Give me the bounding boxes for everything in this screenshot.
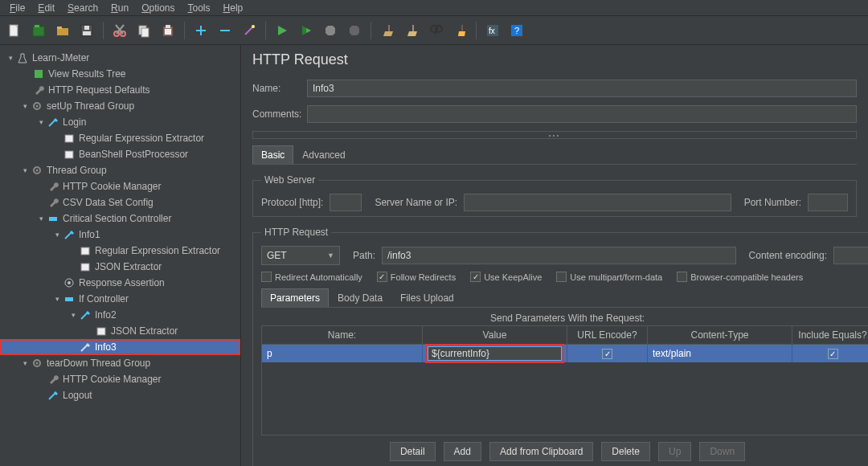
tree-view-results[interactable]: View Results Tree [0,66,240,82]
cell-url-encode[interactable] [567,345,648,362]
tab-parameters[interactable]: Parameters [261,288,329,307]
th-value[interactable]: Value [423,326,567,344]
tree-info3[interactable]: Info3 [0,339,240,355]
tree-setup-group[interactable]: ▾setUp Thread Group [0,98,240,114]
play-icon[interactable] [272,21,292,40]
th-content-type[interactable]: Content-Type [648,326,792,344]
paste-icon[interactable] [158,21,178,40]
tab-files-upload[interactable]: Files Upload [391,288,463,307]
path-field[interactable] [382,247,736,264]
tree-cookie-mgr-1[interactable]: HTTP Cookie Manager [0,178,240,194]
param-tabs: Parameters Body Data Files Upload [261,288,868,308]
tree-json-extractor-2[interactable]: JSON Extractor [0,323,240,339]
cell-name[interactable]: p [262,345,423,362]
menu-run[interactable]: Run [104,1,135,15]
tree-info1[interactable]: ▾Info1 [0,227,240,243]
comments-field[interactable] [307,105,857,123]
cell-include-equals[interactable] [792,345,868,362]
tree-critical-section[interactable]: ▾Critical Section Controller [0,211,240,227]
brush-icon[interactable] [450,21,469,40]
tree-login[interactable]: ▾Login [0,114,240,130]
method-select[interactable]: GET▼ [261,246,340,265]
encoding-field[interactable] [833,247,868,264]
broom-icon[interactable] [378,21,397,40]
checkbox-icon [602,349,612,359]
th-url-encode[interactable]: URL Encode? [567,326,648,344]
menu-search[interactable]: Search [61,1,104,15]
tab-basic[interactable]: Basic [252,145,293,164]
chk-redirect-auto[interactable]: Redirect Automatically [261,272,362,282]
copy-icon[interactable] [134,21,154,40]
stop-icon[interactable] [321,21,340,40]
tree-http-defaults[interactable]: HTTP Request Defaults [0,82,240,98]
templates-icon[interactable] [29,21,48,40]
tree-json-extractor-1[interactable]: JSON Extractor [0,259,240,275]
cell-value[interactable] [423,345,567,362]
tree-root[interactable]: ▾Learn-JMeter [0,50,240,66]
test-plan-tree[interactable]: ▾Learn-JMeter View Results Tree HTTP Req… [0,45,241,466]
tree-response-assert[interactable]: Response Assertion [0,275,240,291]
port-label: Port Number: [744,197,801,208]
broom2-icon[interactable] [402,21,421,40]
tree-if-controller[interactable]: ▾If Controller [0,291,240,307]
svg-rect-47 [65,135,73,142]
minus-icon[interactable] [215,21,235,40]
tree-info2[interactable]: ▾Info2 [0,307,240,323]
tree-cookie-mgr-2[interactable]: HTTP Cookie Manager [0,371,240,387]
protocol-field[interactable] [330,194,362,211]
httprequest-legend: HTTP Request [261,227,331,238]
add-button[interactable]: Add [444,442,481,461]
tree-teardown-group[interactable]: ▾tearDown Thread Group [0,355,240,371]
name-field[interactable] [307,80,857,97]
plus-icon[interactable] [191,21,211,40]
tree-regex-extractor-1[interactable]: Regular Expression Extractor [0,130,240,146]
tree-beanshell[interactable]: BeanShell PostProcessor [0,146,240,162]
svg-marker-23 [278,26,287,35]
function-icon[interactable]: fx [483,21,502,40]
menu-options[interactable]: Options [135,1,181,15]
tree-logout[interactable]: Logout [0,387,240,403]
open-icon[interactable] [53,21,72,40]
svg-line-45 [49,120,55,126]
shutdown-icon[interactable] [345,21,364,40]
port-field[interactable] [808,194,848,211]
chk-follow-redirects[interactable]: Follow Redirects [377,272,456,282]
server-field[interactable] [464,194,731,211]
menu-edit[interactable]: Edit [31,1,61,15]
wrench-icon [47,373,59,386]
svg-marker-26 [326,26,335,35]
gear-icon [31,164,43,177]
chk-keepalive[interactable]: Use KeepAlive [470,272,542,282]
cell-value-input[interactable] [428,346,562,361]
save-icon[interactable] [77,21,96,40]
svg-point-44 [36,105,39,108]
chk-browser-compat[interactable]: Browser-compatible headers [677,272,803,282]
chk-multipart[interactable]: Use multipart/form-data [556,272,662,282]
tab-body-data[interactable]: Body Data [329,288,391,307]
checkbox-icon [677,272,687,282]
table-row[interactable]: p text/plain [262,345,868,362]
tree-thread-group[interactable]: ▾Thread Group [0,162,240,178]
cut-icon[interactable] [110,21,129,40]
menu-tools[interactable]: Tools [182,1,217,15]
detail-button[interactable]: Detail [390,442,436,461]
table-empty-area[interactable] [262,362,868,435]
wand-icon[interactable] [240,21,259,40]
tree-regex-extractor-2[interactable]: Regular Expression Extractor [0,243,240,259]
up-button[interactable]: Up [658,442,691,461]
help-icon[interactable]: ? [507,21,526,40]
add-from-clipboard-button[interactable]: Add from Clipboard [489,442,593,461]
tree-csv-config[interactable]: CSV Data Set Config [0,194,240,211]
th-include-equals[interactable]: Include Equals? [792,326,868,344]
th-name[interactable]: Name: [262,326,423,344]
play-noTimers-icon[interactable] [297,21,316,40]
search-icon[interactable] [426,21,445,40]
delete-button[interactable]: Delete [601,442,650,461]
down-button[interactable]: Down [699,442,745,461]
menu-file[interactable]: File [3,1,31,15]
new-icon[interactable] [5,21,24,40]
cell-content-type[interactable]: text/plain [648,345,792,362]
collapse-handle[interactable]: ••• [252,131,857,139]
menu-help[interactable]: Help [217,1,250,15]
tab-advanced[interactable]: Advanced [293,145,354,164]
